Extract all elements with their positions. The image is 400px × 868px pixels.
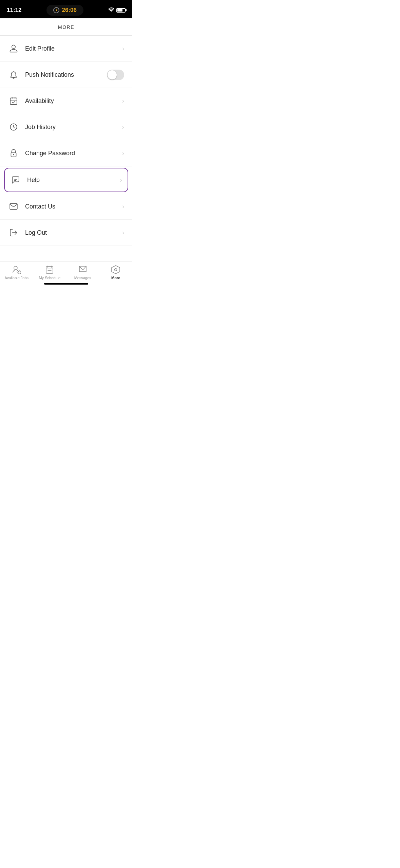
- calendar-check-icon: [8, 95, 19, 106]
- chevron-right-icon: ›: [122, 229, 124, 236]
- timer-icon: [53, 7, 59, 13]
- svg-point-11: [18, 271, 19, 272]
- status-time: 11:12: [7, 7, 21, 14]
- help-highlight-wrapper: Help ›: [4, 168, 128, 192]
- svg-point-20: [115, 269, 117, 271]
- svg-rect-14: [46, 267, 53, 273]
- job-history-label: Job History: [25, 124, 122, 131]
- menu-item-push-notifications[interactable]: Push Notifications: [0, 62, 132, 88]
- chevron-right-icon: ›: [122, 124, 124, 131]
- menu-item-help[interactable]: Help ›: [5, 168, 128, 192]
- tab-more[interactable]: More: [99, 265, 133, 280]
- messages-icon: [78, 265, 88, 274]
- chevron-right-icon: ›: [122, 45, 124, 52]
- availability-label: Availability: [25, 97, 122, 105]
- person-icon: [8, 43, 19, 54]
- main-content: MORE Edit Profile › Push Notifications: [0, 18, 132, 285]
- menu-list: Edit Profile › Push Notifications: [0, 36, 132, 285]
- contact-us-label: Contact Us: [25, 203, 122, 210]
- timer-pill: 26:06: [46, 5, 83, 16]
- chevron-right-icon: ›: [122, 97, 124, 105]
- menu-item-change-password[interactable]: Change Password ›: [0, 140, 132, 166]
- status-right: [108, 7, 126, 13]
- chevron-right-icon: ›: [120, 177, 122, 184]
- my-schedule-icon: [45, 265, 54, 274]
- messages-tab-label: Messages: [74, 276, 91, 280]
- svg-point-10: [14, 266, 17, 270]
- chevron-right-icon: ›: [122, 150, 124, 157]
- push-notifications-toggle[interactable]: [107, 70, 124, 80]
- lock-icon: [8, 148, 19, 159]
- menu-item-contact-us[interactable]: Contact Us ›: [0, 194, 132, 220]
- envelope-icon: [8, 201, 19, 212]
- change-password-label: Change Password: [25, 150, 122, 157]
- svg-rect-0: [10, 98, 17, 105]
- chevron-right-icon: ›: [122, 203, 124, 210]
- menu-item-job-history[interactable]: Job History ›: [0, 114, 132, 140]
- tab-messages[interactable]: Messages: [66, 265, 99, 280]
- clock-history-icon: [8, 122, 19, 132]
- wifi-icon: [108, 7, 114, 13]
- status-bar: 11:12 26:06: [0, 0, 132, 18]
- push-notifications-label: Push Notifications: [25, 71, 107, 78]
- menu-item-availability[interactable]: Availability ›: [0, 88, 132, 114]
- help-label: Help: [27, 177, 120, 184]
- log-out-label: Log Out: [25, 229, 122, 236]
- tab-my-schedule[interactable]: My Schedule: [33, 265, 66, 280]
- more-tab-label: More: [111, 276, 120, 280]
- available-jobs-tab-label: Available Jobs: [4, 276, 28, 280]
- my-schedule-tab-label: My Schedule: [39, 276, 60, 280]
- more-icon: [111, 265, 120, 274]
- page-title: MORE: [0, 18, 132, 36]
- battery-icon: [116, 8, 126, 13]
- timer-value: 26:06: [62, 7, 77, 14]
- edit-profile-label: Edit Profile: [25, 45, 122, 52]
- available-jobs-icon: [12, 265, 21, 274]
- bell-icon: [8, 69, 19, 80]
- svg-line-13: [20, 273, 21, 274]
- home-indicator: [44, 283, 88, 285]
- tab-available-jobs[interactable]: Available Jobs: [0, 265, 33, 280]
- menu-item-log-out[interactable]: Log Out ›: [0, 220, 132, 246]
- menu-item-edit-profile[interactable]: Edit Profile ›: [0, 36, 132, 62]
- svg-point-6: [13, 154, 14, 155]
- logout-icon: [8, 227, 19, 238]
- chat-bubble-icon: [10, 175, 21, 185]
